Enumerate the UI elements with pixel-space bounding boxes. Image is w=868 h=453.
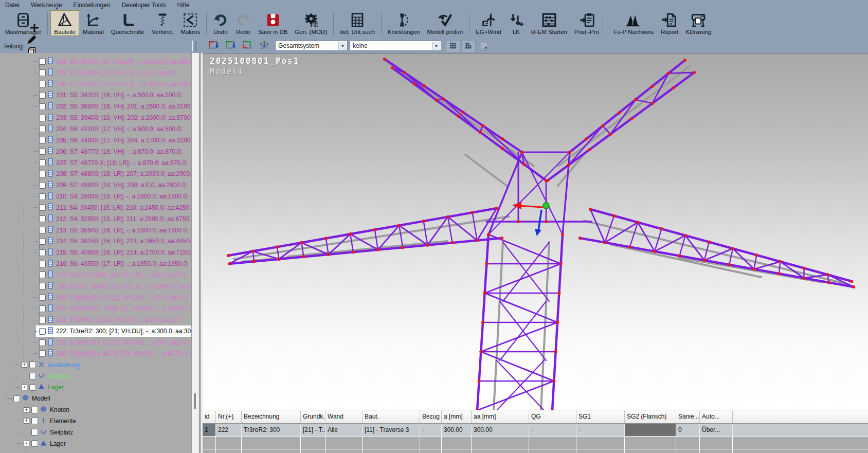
tree-item[interactable]: 222: Tr3reR2: 300; [21; VH,OU]; -; a:300… (0, 325, 191, 337)
column-header-baut-[interactable]: Baut. (363, 411, 420, 423)
filter-combobox[interactable]: keine ▼ (350, 41, 441, 51)
column-header-sg2-flansch-[interactable]: SG2 (Flansch) (625, 411, 676, 423)
table-cell[interactable] (625, 424, 676, 437)
table-cell[interactable]: 300.00 (442, 424, 472, 437)
tree-item[interactable]: 218: AnTr3: 24400; [19; VH,LR]; -; a:250… (0, 281, 191, 292)
table-cell[interactable]: - (576, 424, 625, 437)
layout-grid-full-button[interactable] (446, 41, 460, 52)
column-header-bezug[interactable]: Bezug (420, 411, 442, 423)
checkbox[interactable] (39, 58, 46, 65)
tree-item[interactable]: Modell (0, 393, 191, 404)
checkbox[interactable] (39, 159, 46, 166)
checkbox[interactable] (39, 69, 46, 76)
teilung-add-button[interactable] (28, 23, 41, 34)
toolbar-button-post-pro-[interactable]: Post.-Pro. (571, 10, 604, 36)
checkbox[interactable] (39, 204, 46, 211)
column-header-aa-mm-[interactable]: aa [mm] (472, 411, 529, 423)
tree-item[interactable]: Seilplatz (0, 427, 191, 438)
tree-item[interactable]: 203: S5: 39400; [16; VH]; 202; a:2600.0;… (0, 112, 191, 123)
scrollbar-thumb[interactable] (194, 393, 196, 409)
column-header-bezeichnung[interactable]: Bezeichnung (242, 411, 301, 423)
toolbar-grip[interactable] (192, 41, 196, 51)
tree-item[interactable]: 208: S7: 48800; [18; LR]; 207; a:2030.0;… (0, 168, 191, 179)
checkbox[interactable] (39, 193, 46, 200)
select-window-red-button[interactable] (206, 40, 221, 52)
select-corner-button[interactable] (240, 40, 255, 52)
toolbar-button-undo[interactable]: Undo (209, 10, 232, 36)
checkbox[interactable] (39, 339, 46, 346)
tree-item[interactable]: +Lager (0, 382, 191, 393)
checkbox[interactable] (39, 261, 46, 267)
expand-icon[interactable]: + (24, 407, 29, 413)
menu-item-werkzeuge[interactable]: Werkzeuge (31, 2, 62, 9)
checkbox[interactable] (39, 350, 46, 357)
checkbox[interactable] (39, 215, 46, 222)
teilung-edit-button[interactable] (26, 34, 38, 46)
column-header-grundk-[interactable]: Grundk. (301, 411, 326, 423)
menu-item-hilfe[interactable]: Hilfe (177, 2, 189, 9)
checkbox[interactable] (39, 317, 46, 323)
checkbox[interactable] (39, 182, 46, 189)
tree-item[interactable]: 211: S4: 30450; [15; LR]; 210; a:2450.0;… (0, 202, 191, 213)
checkbox[interactable] (39, 227, 46, 233)
checkbox[interactable] (29, 361, 36, 368)
table-cell[interactable]: 222 (216, 424, 242, 437)
chevron-down-icon[interactable]: ▼ (432, 42, 440, 50)
table-cell[interactable]: [11] - Traverse 3 (363, 424, 420, 437)
checkbox[interactable] (13, 395, 20, 402)
menu-item-datei[interactable]: Datei (5, 2, 20, 9)
checkbox[interactable] (31, 418, 38, 424)
column-header-nr-[interactable]: Nr.(+) (216, 411, 242, 423)
column-header-wand[interactable]: Wand (326, 411, 363, 423)
tree-item[interactable]: 217: AnTr3: 21900; [19; VH,LR]; -; a:0.0… (0, 269, 191, 281)
checkbox[interactable] (39, 328, 46, 335)
tree-item[interactable]: 210: S4: 28000; [15; LR]; -; a:1800.0; a… (0, 191, 191, 202)
tree-item[interactable]: 205: S6: 44800; [17; VH]; 204; a:2700.0;… (0, 135, 191, 146)
tree-item[interactable]: 209: S7: 48800; [18; VH]; 208; a:0.0; aa… (0, 179, 191, 191)
chevron-down-icon[interactable]: ▼ (338, 42, 347, 50)
checkbox[interactable] (39, 271, 46, 278)
tree-item[interactable]: 216: S6: 43550; [17; LR]; -; a:1950.0; a… (0, 258, 191, 269)
tree-item[interactable]: 220: Tr3reR1R2: 7800; [21; VH,OU]; -; a:… (0, 303, 191, 315)
tree-item[interactable]: 219: Tr3reR1R2: 0; [21; VH,OU]; -; a:0.0… (0, 292, 191, 303)
tree-item[interactable]: 199: S7: 45900; [18; VH,LR]; -; a:0.0; a… (0, 67, 191, 79)
tree-item[interactable]: 215: S5: 40850; [16; LR]; 214; a:2700.0;… (0, 247, 191, 258)
toolbar-button-verbind-[interactable]: Verbind. (148, 10, 177, 36)
tree-item[interactable]: +Ausfachung (0, 359, 191, 371)
layout-grid-partial-button[interactable] (461, 41, 476, 52)
checkbox[interactable] (39, 137, 46, 143)
checkbox[interactable] (39, 125, 46, 132)
tree-item[interactable]: 207: S7: 46770 X; [18; LR]; -; a:870.0; … (0, 157, 191, 169)
checkbox[interactable] (31, 429, 38, 436)
tree-item[interactable]: 202: S5: 36800; [16; VH]; 201; a:2600.0;… (0, 101, 191, 112)
table-cell[interactable]: - (529, 424, 576, 437)
table-cell[interactable]: 0 (676, 424, 700, 437)
checkbox[interactable] (39, 171, 46, 177)
tree-item[interactable]: +Elemente (0, 415, 191, 427)
toolbar-button-bauteile[interactable]: Bauteile (50, 10, 79, 36)
table-cell[interactable]: Tr3reR2: 300 (242, 424, 301, 437)
tree-item[interactable]: 204: S6: 42100; [17; VH]; -; a:500.0; aa… (0, 123, 191, 135)
checkbox[interactable] (39, 115, 46, 121)
column-header-qg[interactable]: QG (529, 411, 576, 423)
table-cell[interactable]: 300.00 (472, 424, 529, 437)
tree-item[interactable]: 201: S5: 34200; [16; VH]; -; a:500.0; aa… (0, 90, 191, 101)
column-header-a-mm-[interactable]: a [mm] (442, 411, 472, 423)
checkbox[interactable] (39, 103, 46, 110)
select-window-green-button[interactable] (223, 40, 238, 52)
checkbox[interactable] (39, 283, 46, 289)
model-canvas[interactable] (203, 53, 868, 410)
model-viewport[interactable]: 2025100801_Pos1 Modell (203, 53, 868, 410)
toolbar-button-report[interactable]: Report (657, 10, 682, 36)
table-cell[interactable]: Alle (326, 424, 363, 437)
toolbar-button-knickl-ngen[interactable]: Knicklängen (384, 10, 424, 36)
layout-grid-single-button[interactable] (477, 41, 491, 52)
checkbox[interactable] (39, 305, 46, 312)
table-row[interactable]: 1222Tr3reR2: 300[21] - T...Alle[11] - Tr… (203, 424, 868, 437)
tree-item[interactable]: 225: Tr3reR1R1: 0; [20; VH,OU]; -; a:0.0… (0, 337, 191, 348)
tree-item[interactable]: 221: Tr3reR2: 0; [21; VH,OU]; -; a:0.0; … (0, 314, 191, 325)
checkbox[interactable] (39, 294, 46, 301)
tree-item[interactable]: 198: S6: 45900; [17; VH,LR]; -; a:4300.0… (0, 56, 191, 67)
panel-splitter[interactable] (197, 53, 203, 453)
checkbox[interactable] (31, 440, 38, 447)
